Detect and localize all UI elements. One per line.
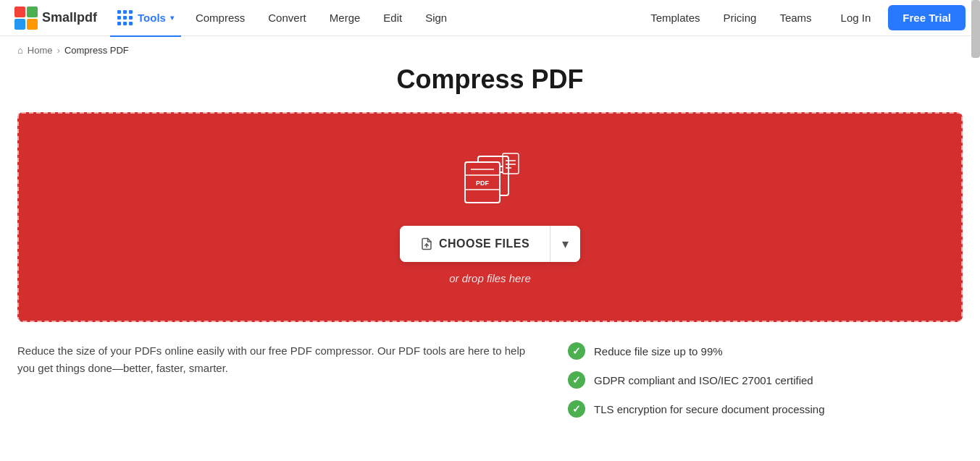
feature-text: GDPR compliant and ISO/IEC 27001 certifi… [594,374,813,386]
page-title: Compress PDF [17,64,963,95]
tools-menu-button[interactable]: Tools ▾ [110,6,181,30]
scrollbar-thumb [971,0,980,58]
nav-pricing[interactable]: Pricing [712,0,768,36]
feature-text: TLS encryption for secure document proce… [594,403,825,415]
choose-files-label: CHOOSE FILES [439,237,529,250]
pdf-files-icon: PDF [458,151,523,208]
features-list: Reduce file size up to 99%GDPR compliant… [568,342,843,418]
description-text: Reduce the size of your PDFs online easi… [17,342,539,418]
grid-icon [117,10,133,26]
nav-convert[interactable]: Convert [256,0,318,36]
login-button[interactable]: Log In [829,6,883,30]
svg-text:PDF: PDF [476,179,490,187]
pdf-icon-wrapper: PDF [458,151,523,211]
nav-right-links: Templates Pricing Teams [639,0,823,36]
drop-zone[interactable]: PDF CHOOSE FILES [17,112,963,322]
bottom-section: Reduce the size of your PDFs online easi… [17,342,963,418]
feature-item: GDPR compliant and ISO/IEC 27001 certifi… [568,371,843,389]
breadcrumb: ⌂ Home › Compress PDF [0,36,980,64]
breadcrumb-current: Compress PDF [64,45,129,56]
check-icon [568,342,585,360]
logo[interactable]: Smallpdf [14,7,97,30]
logo-icon [14,7,38,30]
check-icon [568,400,585,418]
nav-teams[interactable]: Teams [768,0,823,36]
breadcrumb-home-link[interactable]: Home [28,45,53,56]
choose-files-container: CHOOSE FILES ▾ [400,226,580,262]
scrollbar[interactable] [971,0,980,35]
svg-rect-3 [27,19,38,30]
chevron-down-icon: ▾ [562,236,569,252]
nav-compress[interactable]: Compress [184,0,256,36]
drop-text: or drop files here [449,272,531,284]
navbar: Smallpdf Tools ▾ Compress Convert Merge … [0,0,980,36]
feature-item: TLS encryption for secure document proce… [568,400,843,418]
nav-merge[interactable]: Merge [318,0,372,36]
svg-rect-2 [14,19,25,30]
check-icon [568,371,585,389]
free-trial-button[interactable]: Free Trial [888,5,966,30]
nav-right: Templates Pricing Teams Log In Free Tria… [639,0,966,36]
tools-label: Tools [138,12,166,24]
nav-links: Compress Convert Merge Edit Sign [184,0,458,36]
logo-text: Smallpdf [42,10,97,25]
home-icon: ⌂ [17,45,23,56]
drop-zone-border [17,112,963,322]
main-content: Compress PDF PDF [0,64,980,435]
upload-icon [420,237,433,250]
feature-item: Reduce file size up to 99% [568,342,843,360]
nav-templates[interactable]: Templates [639,0,711,36]
svg-rect-1 [27,7,38,17]
chevron-down-icon: ▾ [170,14,174,22]
choose-files-button[interactable]: CHOOSE FILES [400,226,550,262]
nav-sign[interactable]: Sign [414,0,458,36]
choose-files-dropdown-button[interactable]: ▾ [550,226,580,262]
nav-edit[interactable]: Edit [372,0,414,36]
feature-text: Reduce file size up to 99% [594,345,723,358]
svg-rect-0 [14,7,25,17]
breadcrumb-separator: › [57,45,60,56]
